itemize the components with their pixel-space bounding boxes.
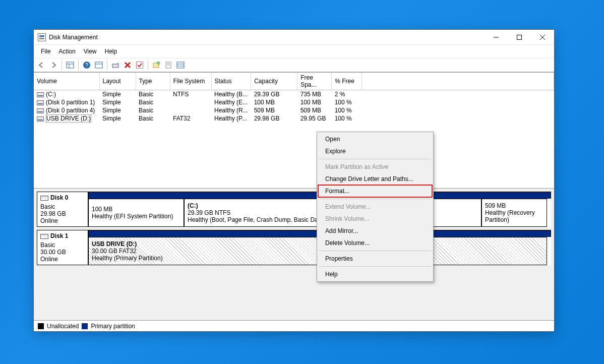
forward-button[interactable] bbox=[48, 59, 59, 71]
legend-unallocated-label: Unallocated bbox=[47, 323, 79, 330]
new-icon[interactable] bbox=[151, 59, 162, 71]
menubar: File Action View Help bbox=[34, 45, 554, 58]
context-item: Mark Partition as Active bbox=[318, 161, 432, 173]
disk-header[interactable]: Disk 0Basic29.98 GBOnline bbox=[37, 192, 88, 227]
column-header[interactable]: Capacity bbox=[251, 73, 297, 90]
disk-row[interactable]: Disk 0Basic29.98 GBOnline100 MBHealthy (… bbox=[37, 192, 551, 227]
minimize-button[interactable] bbox=[485, 30, 508, 45]
context-item[interactable]: Change Drive Letter and Paths... bbox=[318, 173, 432, 185]
context-item[interactable]: Explore bbox=[318, 145, 432, 157]
column-header[interactable]: Type bbox=[136, 73, 170, 90]
volume-row[interactable]: (C:)SimpleBasicNTFSHealthy (B...29.39 GB… bbox=[34, 90, 554, 99]
menu-action[interactable]: Action bbox=[54, 46, 79, 57]
disk-header[interactable]: Disk 1Basic30.00 GBOnline bbox=[37, 230, 88, 265]
volume-row[interactable]: USB DRIVE (D:)SimpleBasicFAT32Healthy (P… bbox=[34, 114, 554, 123]
svg-rect-4 bbox=[67, 62, 74, 68]
context-item[interactable]: Format... bbox=[318, 185, 432, 197]
list-icon[interactable] bbox=[175, 59, 186, 71]
check-icon[interactable] bbox=[134, 59, 145, 71]
context-item: Extend Volume... bbox=[318, 201, 432, 213]
column-header[interactable]: Layout bbox=[99, 73, 136, 90]
context-item[interactable]: Open bbox=[318, 133, 432, 145]
column-header[interactable]: % Free bbox=[332, 73, 362, 90]
svg-text:?: ? bbox=[85, 62, 88, 68]
svg-rect-1 bbox=[517, 35, 522, 39]
volume-list[interactable]: VolumeLayoutTypeFile SystemStatusCapacit… bbox=[34, 73, 554, 189]
svg-rect-12 bbox=[137, 62, 143, 69]
partition[interactable]: 509 MBHealthy (Recovery Partition) bbox=[481, 199, 547, 227]
close-button[interactable] bbox=[531, 30, 554, 45]
partition[interactable]: 100 MBHealthy (EFI System Partition) bbox=[88, 199, 184, 227]
disk-management-window: Disk Management File Action View Help ? bbox=[33, 29, 555, 332]
disk-graphical-view[interactable]: Disk 0Basic29.98 GBOnline100 MBHealthy (… bbox=[34, 189, 554, 320]
svg-rect-18 bbox=[177, 62, 184, 68]
context-item[interactable]: Help bbox=[318, 268, 432, 280]
legend-primary-label: Primary partition bbox=[91, 323, 135, 330]
column-header[interactable]: Volume bbox=[34, 73, 99, 90]
refresh-icon[interactable] bbox=[110, 59, 121, 71]
properties-icon[interactable] bbox=[163, 59, 174, 71]
context-item[interactable]: Properties bbox=[318, 253, 432, 265]
context-item[interactable]: Add Mirror... bbox=[318, 225, 432, 237]
column-header[interactable]: Status bbox=[211, 73, 251, 90]
menu-help[interactable]: Help bbox=[101, 46, 122, 57]
menu-file[interactable]: File bbox=[37, 46, 54, 57]
legend-primary-swatch bbox=[82, 323, 88, 329]
volume-row[interactable]: (Disk 0 partition 4)SimpleBasicHealthy (… bbox=[34, 106, 554, 114]
context-item: Shrink Volume... bbox=[318, 213, 432, 225]
volume-row[interactable]: (Disk 0 partition 1)SimpleBasicHealthy (… bbox=[34, 98, 554, 106]
help-icon[interactable]: ? bbox=[81, 59, 92, 71]
app-icon bbox=[38, 33, 46, 41]
show-hide-tree-icon[interactable] bbox=[65, 59, 76, 71]
content-area: VolumeLayoutTypeFile SystemStatusCapacit… bbox=[34, 72, 554, 331]
column-header[interactable]: Free Spa... bbox=[297, 73, 332, 90]
context-item[interactable]: Delete Volume... bbox=[318, 237, 432, 249]
window-title: Disk Management bbox=[49, 34, 98, 41]
delete-icon[interactable] bbox=[122, 59, 133, 71]
svg-rect-9 bbox=[95, 62, 102, 68]
settings-icon[interactable] bbox=[93, 59, 104, 71]
svg-rect-11 bbox=[112, 64, 118, 68]
legend: Unallocated Primary partition bbox=[34, 320, 554, 331]
maximize-button[interactable] bbox=[508, 30, 531, 45]
toolbar: ? bbox=[34, 58, 554, 72]
disk-row[interactable]: Disk 1Basic30.00 GBOnlineUSB DRIVE (D:)3… bbox=[37, 230, 551, 265]
menu-view[interactable]: View bbox=[80, 46, 101, 57]
legend-unallocated-swatch bbox=[38, 323, 44, 329]
titlebar[interactable]: Disk Management bbox=[34, 30, 554, 45]
back-button[interactable] bbox=[36, 59, 47, 71]
context-menu[interactable]: OpenExploreMark Partition as ActiveChang… bbox=[317, 132, 434, 282]
column-header[interactable]: File System bbox=[170, 73, 211, 90]
